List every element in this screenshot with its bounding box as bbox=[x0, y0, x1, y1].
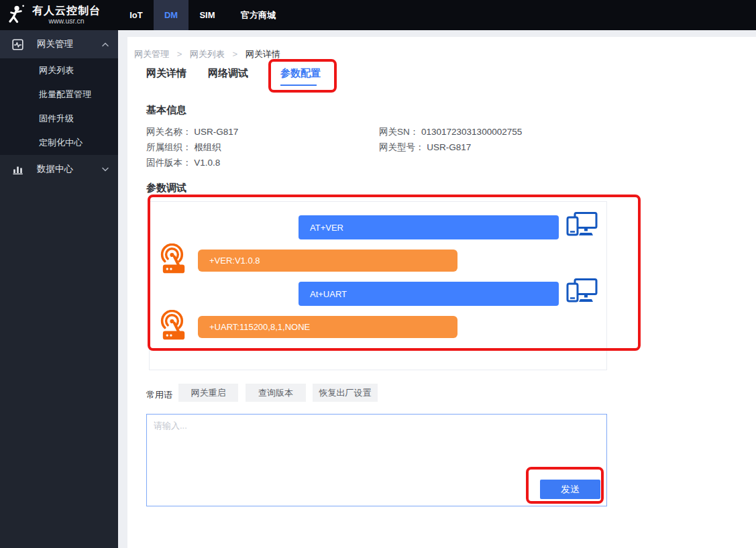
command-input[interactable] bbox=[146, 414, 607, 506]
info-value: 01301723031300002755 bbox=[421, 127, 522, 137]
basic-info-title: 基本信息 bbox=[146, 104, 186, 117]
quick-button-factory-reset[interactable]: 恢复出厂设置 bbox=[313, 384, 378, 402]
router-icon bbox=[160, 310, 188, 341]
breadcrumb-separator: > bbox=[177, 49, 182, 59]
breadcrumb-separator: > bbox=[232, 49, 237, 59]
chevron-down-icon bbox=[102, 167, 109, 172]
active-tab-underline bbox=[280, 85, 317, 86]
tab-param-config[interactable]: 参数配置 bbox=[280, 67, 321, 80]
received-message-bubble: +VER:V1.0.8 bbox=[198, 250, 457, 272]
app-subtitle: www.usr.cn bbox=[48, 17, 84, 25]
brand[interactable]: 有人云控制台 www.usr.cn bbox=[5, 0, 101, 30]
received-message-bubble: +UART:115200,8,1,NONE bbox=[198, 316, 457, 338]
gateway-monitor-icon bbox=[12, 39, 23, 50]
info-organization: 所属组织： 根组织 bbox=[146, 142, 221, 154]
debug-conversation-panel: AT+VER bbox=[149, 201, 607, 370]
quick-button-query-version[interactable]: 查询版本 bbox=[246, 384, 306, 402]
tab-network-debug[interactable]: 网络调试 bbox=[208, 67, 248, 80]
nav-item-iot[interactable]: IoT bbox=[119, 0, 154, 30]
info-gateway-sn: 网关SN： 01301723031300002755 bbox=[379, 126, 522, 138]
sidebar: 网关管理 网关列表 批量配置管理 固件升级 定制化中心 数据中心 bbox=[0, 30, 118, 548]
sent-message-bubble: At+UART bbox=[299, 282, 559, 306]
info-gateway-model: 网关型号： USR-G817 bbox=[379, 142, 471, 154]
quick-phrases-label: 常用语 bbox=[146, 389, 172, 401]
app-title: 有人云控制台 bbox=[32, 5, 101, 17]
sent-message-bubble: AT+VER bbox=[299, 215, 559, 239]
content-area: 网关管理 > 网关列表 > 网关详情 网关详情 网络调试 参数配置 基本信息 网… bbox=[118, 30, 756, 548]
info-value: V1.0.8 bbox=[194, 158, 220, 168]
breadcrumb-gateway-detail: 网关详情 bbox=[246, 49, 280, 59]
content-card: 网关管理 > 网关列表 > 网关详情 网关详情 网络调试 参数配置 基本信息 网… bbox=[127, 37, 756, 548]
send-button[interactable]: 发送 bbox=[540, 480, 600, 499]
usr-person-logo-icon bbox=[5, 4, 27, 27]
top-header: 有人云控制台 www.usr.cn IoT DM SIM 官方商城 bbox=[0, 0, 756, 30]
breadcrumb: 网关管理 > 网关列表 > 网关详情 bbox=[134, 48, 280, 60]
quick-button-gateway-restart[interactable]: 网关重启 bbox=[178, 384, 238, 402]
router-icon bbox=[160, 243, 188, 274]
devices-icon bbox=[566, 278, 598, 307]
usr-cloud-console: 有人云控制台 www.usr.cn IoT DM SIM 官方商城 网关管理 网… bbox=[0, 0, 756, 548]
breadcrumb-gateway-list[interactable]: 网关列表 bbox=[190, 49, 225, 59]
param-debug-title: 参数调试 bbox=[146, 182, 186, 195]
top-nav: IoT DM SIM 官方商城 bbox=[119, 0, 290, 30]
sidebar-group-data-center[interactable]: 数据中心 bbox=[0, 155, 118, 183]
chevron-up-icon bbox=[102, 42, 109, 47]
breadcrumb-gateway-management[interactable]: 网关管理 bbox=[134, 49, 169, 59]
info-gateway-name: 网关名称： USR-G817 bbox=[146, 126, 238, 138]
sidebar-submenu: 网关列表 批量配置管理 固件升级 定制化中心 bbox=[0, 58, 118, 155]
sidebar-item-firmware-upgrade[interactable]: 固件升级 bbox=[0, 107, 118, 131]
sidebar-item-batch-config[interactable]: 批量配置管理 bbox=[0, 83, 118, 107]
devices-icon bbox=[566, 212, 598, 240]
sidebar-group-label: 数据中心 bbox=[37, 163, 102, 175]
sidebar-item-customization-center[interactable]: 定制化中心 bbox=[0, 131, 118, 155]
nav-item-dm[interactable]: DM bbox=[154, 0, 188, 30]
nav-item-official-mall[interactable]: 官方商城 bbox=[226, 0, 290, 30]
info-firmware-version: 固件版本： V1.0.8 bbox=[146, 157, 220, 169]
nav-item-sim[interactable]: SIM bbox=[188, 0, 226, 30]
sidebar-group-label: 网关管理 bbox=[37, 38, 102, 50]
info-value: 根组织 bbox=[194, 142, 221, 152]
bar-chart-icon bbox=[12, 164, 23, 175]
tab-gateway-detail[interactable]: 网关详情 bbox=[146, 67, 186, 80]
info-value: USR-G817 bbox=[427, 142, 471, 152]
info-value: USR-G817 bbox=[194, 127, 238, 137]
sidebar-group-gateway-management[interactable]: 网关管理 bbox=[0, 30, 118, 58]
sidebar-item-gateway-list[interactable]: 网关列表 bbox=[0, 58, 118, 83]
